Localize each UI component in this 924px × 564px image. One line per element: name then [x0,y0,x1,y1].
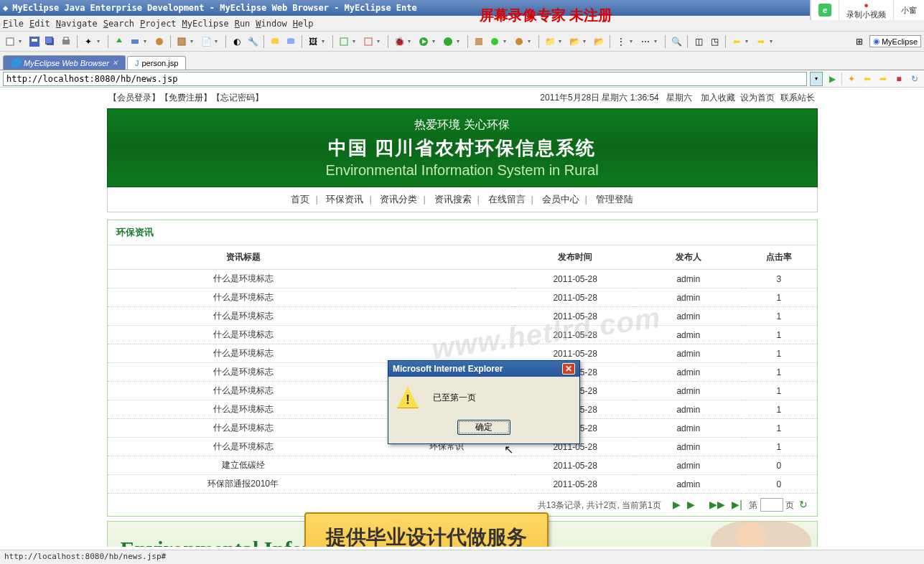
page-prev-icon[interactable]: ▶ [687,499,695,510]
page-input[interactable] [760,498,783,512]
news-link[interactable]: 什么是环境标志 [213,348,274,358]
folder-button[interactable]: 📁 [543,34,557,49]
banner-title-en: Environmental Information System in Rura… [325,162,598,179]
debug-button[interactable]: 🐞 [392,34,406,49]
news-link[interactable]: 建立低碳经 [222,460,265,470]
nav-button-2[interactable]: ◳ [707,34,722,49]
browser-stop-icon[interactable]: ■ [892,72,905,85]
save-button[interactable] [27,34,42,49]
dialog-ok-button[interactable]: 确定 [457,420,510,435]
page-first-icon[interactable]: ▶ [673,499,681,510]
news-link[interactable]: 什么是环境标志 [213,329,274,339]
browser-back-icon[interactable]: ⬅ [861,72,874,85]
news-link[interactable]: 什么是环境标志 [213,441,274,451]
new-type-button[interactable] [512,34,526,49]
folder-button-2[interactable]: 📂 [567,34,582,49]
package-button[interactable] [174,34,189,49]
nav-button-1[interactable]: ◫ [691,34,706,49]
new-pkg-button[interactable] [472,34,486,49]
folder-button-3[interactable]: 📂 [592,34,606,49]
server-button[interactable] [128,34,142,49]
url-input[interactable] [3,72,807,86]
new-class-button[interactable] [487,34,502,49]
row-hits: 1 [741,382,816,400]
news-link[interactable]: 什么是环境标志 [213,292,274,302]
top-left-links[interactable]: 【会员登录】【免费注册】【忘记密码】 [108,92,263,104]
row-category [379,475,515,494]
svg-rect-6 [64,37,68,40]
page-go-icon[interactable]: ↻ [799,499,808,510]
db-button[interactable] [268,34,282,49]
back-button[interactable]: ⬅ [729,34,744,49]
new-button[interactable] [3,34,17,49]
fwd-button[interactable]: ➡ [754,34,768,49]
tool-button-1[interactable] [152,34,167,49]
db-button-2[interactable] [284,34,298,49]
row-author: admin [635,400,741,419]
mini-button[interactable]: 小窗 [893,0,924,20]
browser-home-icon[interactable]: ✦ [845,72,858,85]
col-category [379,245,515,270]
tab-person-jsp[interactable]: J person.jsp [127,56,186,70]
dialog-close-icon[interactable]: ✕ [562,363,575,375]
tool-button-5[interactable] [337,34,351,49]
tool-button-2[interactable]: 📄 [199,34,213,49]
menu-myeclipse[interactable]: MyEclipse [182,19,229,29]
nav-guestbook[interactable]: 在线留言 [488,194,526,205]
dialog-title-bar[interactable]: Microsoft Internet Explorer ✕ [388,361,579,377]
search-button[interactable]: 🔍 [669,34,683,49]
close-icon[interactable]: ✕ [112,59,118,67]
col-author: 发布人 [635,245,741,270]
menu-window[interactable]: Window [256,19,286,29]
news-link[interactable]: 什么是环境标志 [213,311,274,321]
save-all-button[interactable] [43,34,57,49]
nav-member[interactable]: 会员中心 [542,194,579,205]
print-button[interactable] [59,34,73,49]
nav-category[interactable]: 资讯分类 [380,194,417,205]
url-dropdown[interactable]: ▾ [810,72,823,86]
svg-rect-0 [6,38,14,45]
tab-browser[interactable]: 🌐 MyEclipse Web Browser ✕ [3,55,126,70]
perspective-myeclipse[interactable]: ◉MyEclipse [869,35,921,47]
menu-navigate[interactable]: Navigate [56,19,98,29]
news-link[interactable]: 什么是环境标志 [213,385,274,395]
format-button-2[interactable]: ⋯ [638,34,653,49]
nav-admin[interactable]: 管理登陆 [596,194,633,205]
browser-refresh-icon[interactable]: ↻ [908,72,921,85]
tool-button-3[interactable]: ◐ [230,34,244,49]
table-row: 什么是环境标志2011-05-28admin1 [108,307,817,326]
news-link[interactable]: 环保部通报2010年 [207,479,279,489]
menu-file[interactable]: File [3,19,24,29]
deploy-button[interactable] [112,34,126,49]
run-button[interactable] [416,34,431,49]
menu-edit[interactable]: Edit [29,19,50,29]
go-button[interactable]: ▶ [826,72,839,85]
news-link[interactable]: 什么是环境标志 [213,404,274,414]
browser-fwd-icon[interactable]: ➡ [877,72,890,85]
tool-button-4[interactable]: 🔧 [246,34,260,49]
news-link[interactable]: 什么是环境标志 [213,367,274,377]
page-last-icon[interactable]: ▶| [732,499,742,510]
homepage-link[interactable]: 设为首页 [740,93,775,103]
wizard-button[interactable]: ✦ [81,34,95,49]
format-button[interactable]: ⋮ [614,34,628,49]
image-button[interactable]: 🖼 [306,34,320,49]
nav-search[interactable]: 资讯搜索 [434,194,472,205]
banner-title-cn: 中国 四川省农村环保信息系统 [328,136,596,161]
menu-run[interactable]: Run [235,19,251,29]
news-link[interactable]: 什么是环境标志 [213,273,274,283]
run-ext-button[interactable] [441,34,455,49]
news-link[interactable]: 什么是环境标志 [213,423,274,433]
menu-bar: File Edit Navigate Search Project MyEcli… [0,16,924,32]
nav-home[interactable]: 首页 [291,194,309,205]
page-next-icon[interactable]: ▶▶ [709,499,725,510]
menu-help[interactable]: Help [293,19,314,29]
nav-news[interactable]: 环保资讯 [326,194,363,205]
tool-button-6[interactable] [361,34,375,49]
menu-search[interactable]: Search [103,19,134,29]
record-button[interactable]: ●录制小视频 [839,0,893,20]
perspective-btn[interactable]: ⊞ [852,34,867,49]
menu-project[interactable]: Project [140,19,177,29]
contact-link[interactable]: 联系站长 [780,93,815,103]
favorite-link[interactable]: 加入收藏 [701,93,735,103]
